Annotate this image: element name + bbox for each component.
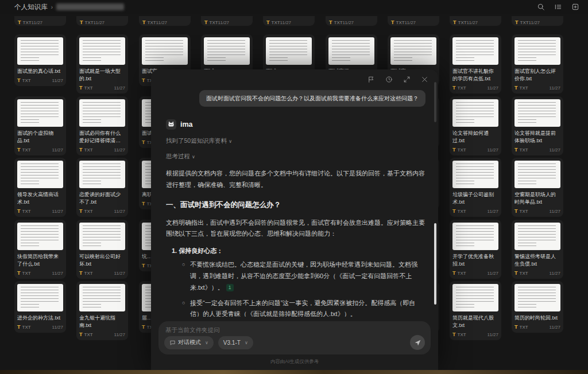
file-card-partial[interactable]: TTXT11/27 [450,16,501,26]
file-thumbnail [452,161,498,188]
file-card-footer: TTXT11/27 [79,271,125,276]
file-thumbnail [17,99,63,127]
answer-intro: 根据提供的文档内容，您的问题在多个文档中均有详细讨论。以下是我的回答，基于文档内… [166,168,425,191]
model-chip[interactable]: V3.1-T ∨ [218,336,253,349]
send-plane-icon[interactable] [410,335,425,350]
file-card-title: 面试官不讲礼貌你的学历有点低.txt [452,68,498,83]
question-input[interactable]: 基于当前文件夹提问 对话模式 ∨ V3.1-T ∨ [158,321,431,354]
file-card-footer: TTXT11/27 [452,271,498,276]
file-card[interactable]: 开学了优先准备秋招.txtTTXT11/27 [450,220,501,279]
file-card[interactable]: 金九银十避坑指南.txtTTXT11/27 [76,281,128,340]
file-type-label: TXT [334,20,343,25]
file-date: 11/27 [52,147,63,153]
file-card[interactable]: 进外企的种方法.txtTTXT11/27 [14,281,66,333]
file-card-title: 简历就是现代八股文.txt [452,314,498,329]
file-card[interactable]: 块假简历给我带来了什么.txtTTXT11/27 [14,220,66,279]
scrollbar-track[interactable] [434,82,436,122]
mode-chip[interactable]: 对话模式 ∨ [164,336,214,349]
file-card[interactable]: 面试就是一场大型的.txtTTXT11/27 [76,34,128,94]
file-type-label: TXT [22,147,31,153]
txt-file-icon: T [142,140,145,145]
file-card[interactable]: 面试官别人怎么评价你.txtTTXT11/27 [512,34,563,94]
file-card[interactable]: 警惕这些考研是人生负债.txtTTXT11/27 [512,220,563,279]
file-date: 11/27 [52,325,63,330]
chat-scroll-area[interactable]: 面试时面试官问我不会的问题怎么办？以及面试前我需要准备什么来应对这些问题？ im… [166,87,425,317]
txt-file-icon: T [142,325,145,330]
file-card[interactable]: 恋爱谈的好面试少不了.txtTTXT11/27 [76,158,128,217]
txt-file-icon: T [452,85,456,91]
file-card-partial[interactable]: TTXT11/27 [326,16,377,26]
sources-toggle[interactable]: 找到了50篇知识库资料∨ [166,137,425,145]
file-card[interactable]: 面试必问你有什么爱好记得答得清新脱俗.txtTTXT11/27 [76,96,128,155]
file-date: 11/27 [488,85,498,91]
file-type-label: TXT [84,147,93,153]
file-card[interactable]: 论文答辩就是提前体验职场.txtTTXT11/27 [512,96,563,155]
citation-badge[interactable]: 1 [226,284,234,291]
txt-file-icon: T [452,332,456,337]
file-thumbnail [79,223,125,250]
file-card-footer: TTXT11/27 [452,332,498,337]
file-card-footer: TTXT11/27 [204,20,229,25]
file-type-label: TXT [458,332,466,337]
file-thumbnail [204,37,250,65]
file-card-partial[interactable]: TTXT11/27 [139,16,191,26]
flag-icon[interactable] [366,75,376,84]
file-card-partial[interactable]: TTXT11/27 [512,16,563,26]
file-card[interactable]: 面试官不讲礼貌你的学历有点低.txtTTXT11/27 [450,34,501,94]
txt-file-icon: T [79,271,83,276]
file-card-partial[interactable]: TTXT11/27 [14,16,66,26]
close-icon[interactable] [420,75,429,84]
txt-file-icon: T [204,20,208,25]
file-type-label: TXT [396,20,405,25]
file-card[interactable]: 垃圾骗子公司鉴别术.txtTTXT11/27 [450,158,501,217]
file-card-title: 领导发火高情商话术.txt [17,191,63,206]
file-card-footer: TTXT11/27 [515,20,540,25]
breadcrumb-root[interactable]: 个人知识库 [14,3,48,11]
file-thumbnail [452,284,498,311]
txt-file-icon: T [515,20,519,25]
file-type-label: TXT [520,271,528,276]
file-card-title: 垃圾骗子公司鉴别术.txt [452,191,498,206]
search-icon[interactable] [535,1,547,13]
file-thumbnail [266,37,312,65]
file-card-footer: TTXT11/27 [452,147,498,153]
txt-file-icon: T [452,147,456,153]
file-card[interactable]: 面试里的真心话.txtTTXT11/27 [14,34,66,86]
file-card-title: 警惕这些考研是人生负债.txt [514,253,560,268]
file-card-title: 面试就是一场大型的.txt [79,68,125,83]
file-card[interactable]: 空窗期是职场人的时尚单品.txtTTXT11/27 [512,158,563,217]
file-type-label: TXT [84,85,93,91]
file-date: 11/27 [529,20,540,25]
file-card-footer: TTXT11/27 [17,147,63,153]
file-card[interactable]: 简历的时尚轮回.txtTTXT11/27 [512,281,563,333]
file-card[interactable]: 面试的个虚拟物品.txtTTXT11/27 [14,96,66,155]
file-card-footer: TTXT11/27 [514,209,560,214]
file-card[interactable]: 领导发火高情商话术.txtTTXT11/27 [14,158,66,217]
file-type-label: TXT [272,20,280,25]
file-card-partial[interactable]: TTXT11/27 [201,16,253,26]
history-clock-icon[interactable] [384,75,393,84]
file-card[interactable]: 论文答辩如何通过.txtTTXT11/27 [450,96,501,155]
view-list-icon[interactable] [552,1,564,13]
file-card-partial[interactable]: TTXT11/27 [263,16,315,26]
file-card[interactable]: 简历就是现代八股文.txtTTXT11/27 [450,281,501,340]
file-date: 11/27 [156,20,167,25]
file-card-title: 恋爱谈的好面试少不了.txt [79,191,125,206]
file-card[interactable]: 可以映射出公司好坏.txtTTXT11/27 [76,220,128,279]
file-card-title: 块假简历给我带来了什么.txt [17,253,63,268]
file-card-footer: TTXT11/27 [79,147,125,153]
file-card-partial[interactable]: TTXT11/27 [388,16,439,26]
file-card-title: 面试官别人怎么评价你.txt [514,68,560,83]
expand-icon[interactable] [402,75,411,84]
scrollbar-thumb[interactable] [434,223,436,305]
open-in-window-icon[interactable] [570,1,581,13]
file-card-footer: TTXT11/27 [79,332,125,337]
file-date: 11/27 [52,209,63,214]
file-thumbnail [328,37,374,65]
bullet-item: 接受“一定会有回答不上来的问题”这一事实，避免因紧张被扣分。配得感高（即自信）的… [182,298,425,317]
txt-file-icon: T [142,201,145,207]
file-date: 11/27 [488,209,498,214]
file-card-partial[interactable]: TTXT11/27 [76,16,128,26]
file-date: 11/27 [114,332,125,337]
thinking-toggle[interactable]: 思考过程∨ [166,153,425,161]
